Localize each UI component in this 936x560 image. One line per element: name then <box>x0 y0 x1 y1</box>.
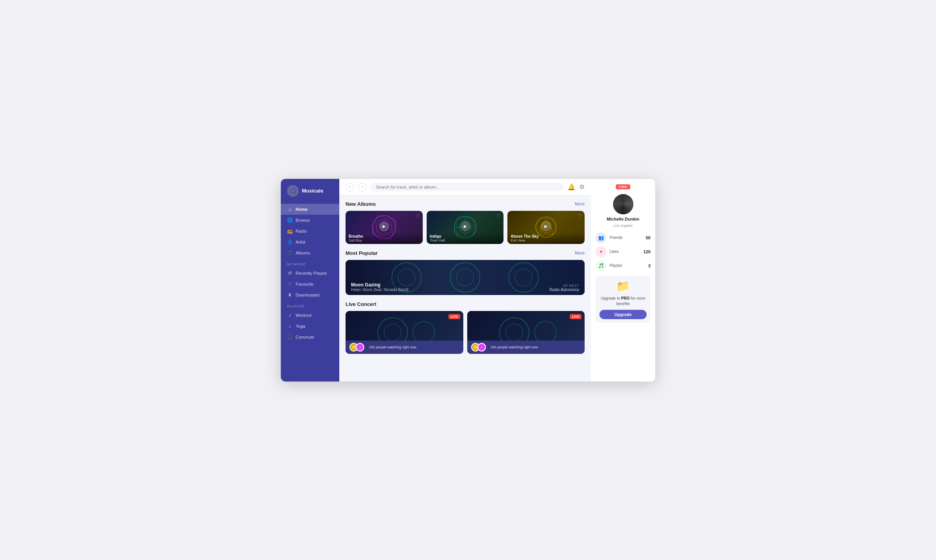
stat-likes: ♥ Likes 120 <box>596 246 651 257</box>
album-play-above[interactable]: ▶ <box>541 221 551 231</box>
watcher-text-1: 245 people watching right now <box>369 345 417 349</box>
profile-avatar <box>613 194 633 214</box>
likes-label: Likes <box>610 249 640 254</box>
avatar-music-1: ♪ <box>356 343 364 352</box>
playlist-icon: 🎵 <box>596 260 606 271</box>
sidebar-item-radio[interactable]: 📻 Radio <box>281 226 339 237</box>
svg-point-22 <box>505 324 523 341</box>
sidebar-item-browse[interactable]: 🌐 Browse <box>281 215 339 226</box>
profile-section: FREE Michelle Dunkin Los Angeles <box>596 184 651 228</box>
right-panel: FREE Michelle Dunkin Los Angeles 👥 Frien… <box>591 179 655 382</box>
main-content: ‹ › 🔔 ⚙ New Albums More <box>339 179 591 382</box>
home-icon: ⌂ <box>287 207 292 212</box>
sidebar-item-yoga-label: Yoga <box>296 324 305 329</box>
svg-point-16 <box>509 263 539 292</box>
album-card-above[interactable]: ▶ ♡ Above The Sky Exit View <box>507 211 585 244</box>
most-popular-banner[interactable]: Moon Gazing Helen Stone (feat. Nevada Ba… <box>346 260 585 295</box>
album-play-breathe[interactable]: ▶ <box>379 221 389 231</box>
live-badge-2: LIVE <box>570 314 581 319</box>
my-music-section-label: My Music <box>281 258 339 268</box>
albums-icon: 🎵 <box>287 250 292 256</box>
search-input[interactable] <box>370 183 564 191</box>
profile-name: Michelle Dunkin <box>607 217 640 221</box>
watcher-text-2: 245 people watching right now <box>491 345 538 349</box>
sidebar-item-recently-played-label: Recently Played <box>296 271 327 276</box>
folder-icon: 📁 <box>616 280 630 293</box>
sidebar-item-home-label: Home <box>296 207 308 212</box>
album-artist-indigo: Town Hall <box>430 238 501 242</box>
up-next-section: UP NEXT Radio Astronomy <box>550 284 579 292</box>
sidebar-item-recently-played[interactable]: ↺ Recently Played <box>281 268 339 279</box>
avatar-inner <box>613 194 633 214</box>
live-concert-header: Live Concert <box>346 301 585 307</box>
sidebar-item-favourite[interactable]: ♡ Favourite <box>281 279 339 290</box>
album-heart-indigo[interactable]: ♡ <box>496 213 500 218</box>
avatar-music-2: ♪ <box>477 343 486 352</box>
app-container: 🎧 Musicale ⌂ Home 🌐 Browse 📻 Radio 👤 Art… <box>281 179 655 382</box>
sidebar-item-albums[interactable]: 🎵 Albums <box>281 247 339 258</box>
new-albums-more[interactable]: More <box>575 201 585 206</box>
free-badge: FREE <box>616 184 630 189</box>
svg-point-20 <box>413 322 435 343</box>
live-watchers-1: 🪙 ♪ 245 people watching right now <box>346 341 463 354</box>
upgrade-text: Upgrade to PRO for more benefits <box>599 296 647 307</box>
logo: 🎧 Musicale <box>281 185 339 204</box>
album-artist-above: Exit View <box>511 238 581 242</box>
sidebar-item-workout-label: Workout <box>296 313 312 318</box>
stat-playlist: 🎵 Playlist 3 <box>596 260 651 271</box>
sidebar-item-downloaded-label: Downloaded <box>296 293 319 297</box>
sidebar-item-commute[interactable]: 🎧 Commute <box>281 332 339 343</box>
svg-point-14 <box>450 263 480 292</box>
album-artist-breathe: Sad Boy <box>349 238 420 242</box>
album-info-above: Above The Sky Exit View <box>507 233 585 244</box>
scroll-area: New Albums More ▶ ♡ Breathe <box>339 196 591 382</box>
sidebar: 🎧 Musicale ⌂ Home 🌐 Browse 📻 Radio 👤 Art… <box>281 179 339 382</box>
album-heart-above[interactable]: ♡ <box>578 213 581 218</box>
playlist-section-label: Playlist <box>281 300 339 310</box>
album-card-indigo[interactable]: ▶ ♡ Indigo Town Hall <box>427 211 504 244</box>
upgrade-button[interactable]: Upgrade <box>599 310 647 319</box>
favourite-icon: ♡ <box>287 281 292 287</box>
up-next-label: UP NEXT <box>550 284 579 288</box>
settings-icon[interactable]: ⚙ <box>579 183 585 191</box>
new-albums-header: New Albums More <box>346 201 585 207</box>
workout-icon: ♪ <box>287 313 292 318</box>
album-title-breathe: Breathe <box>349 234 420 238</box>
logo-icon: 🎧 <box>287 185 299 197</box>
popular-track-title: Moon Gazing <box>351 282 408 288</box>
album-play-indigo[interactable]: ▶ <box>460 221 470 231</box>
sidebar-item-commute-label: Commute <box>296 335 314 339</box>
album-heart-breathe[interactable]: ♡ <box>416 213 420 218</box>
sidebar-item-downloaded[interactable]: ⬇ Downloaded <box>281 290 339 300</box>
album-title-above: Above The Sky <box>511 234 581 238</box>
artist-icon: 👤 <box>287 239 292 245</box>
album-info-breathe: Breathe Sad Boy <box>346 233 423 244</box>
album-card-breathe[interactable]: ▶ ♡ Breathe Sad Boy <box>346 211 423 244</box>
watcher-avatars-1: 🪙 ♪ <box>349 343 362 352</box>
friends-label: Friends <box>610 235 643 240</box>
playlist-label: Playlist <box>610 263 645 268</box>
commute-icon: 🎧 <box>287 334 292 340</box>
live-card-1[interactable]: LIVE 🪙 ♪ 245 people watching right now <box>346 311 463 354</box>
sidebar-item-home[interactable]: ⌂ Home <box>281 204 339 215</box>
sidebar-item-artist[interactable]: 👤 Artist <box>281 237 339 247</box>
bell-icon[interactable]: 🔔 <box>567 183 575 191</box>
radio-icon: 📻 <box>287 228 292 234</box>
profile-location: Los Angeles <box>613 224 633 228</box>
popular-track-artist: Helen Stone (feat. Nevada Band) <box>351 288 408 292</box>
logo-text: Musicale <box>302 188 323 194</box>
downloaded-icon: ⬇ <box>287 292 292 298</box>
popular-track-info: Moon Gazing Helen Stone (feat. Nevada Ba… <box>351 282 408 292</box>
most-popular-more[interactable]: More <box>575 251 585 255</box>
live-concert-row: LIVE 🪙 ♪ 245 people watching right now <box>346 311 585 354</box>
svg-point-23 <box>534 322 556 343</box>
sidebar-item-favourite-label: Favourite <box>296 282 314 286</box>
sidebar-item-browse-label: Browse <box>296 218 310 223</box>
nav-back-button[interactable]: ‹ <box>346 183 354 191</box>
sidebar-item-yoga[interactable]: ♪ Yoga <box>281 321 339 332</box>
nav-forward-button[interactable]: › <box>358 183 367 191</box>
live-badge-1: LIVE <box>448 314 460 319</box>
sidebar-item-workout[interactable]: ♪ Workout <box>281 310 339 321</box>
browse-icon: 🌐 <box>287 217 292 223</box>
live-card-2[interactable]: LIVE 🪙 ♪ 245 people watching right now <box>467 311 585 354</box>
